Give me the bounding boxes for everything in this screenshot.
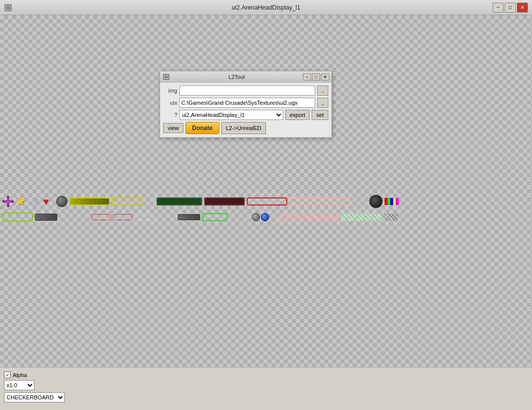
red-outline-sm2 — [113, 214, 132, 220]
orb-sprite — [56, 196, 67, 207]
l2tool-dialog: L2Tool − □ ✕ img .. utx .. ? — [160, 71, 332, 138]
action-row: view Donate L2->UnrealED — [163, 122, 328, 134]
dark-ball-sprite — [369, 195, 383, 208]
sprite-row-2 — [3, 213, 398, 222]
diag-lines-green — [341, 214, 382, 221]
red-bar-dark-sprite — [204, 197, 245, 206]
texture-row: ? ui2.ArenaHeadDisplay_l1 export set — [163, 110, 328, 120]
dialog-icon — [162, 73, 170, 81]
title-bar: ui2.ArenaHeadDisplay_l1 − □ ✕ — [0, 0, 532, 15]
dialog-title-bar: L2Tool − □ ✕ — [160, 71, 331, 83]
img-row: img .. — [163, 86, 328, 96]
dialog-title: L2Tool — [170, 74, 303, 80]
pink-bar-outline-sprite — [289, 197, 350, 206]
set-button[interactable]: set — [312, 110, 328, 120]
dialog-body: img .. utx .. ? ui2.ArenaHeadDisplay_l1 … — [160, 83, 331, 137]
yellow-bar-outline-sprite — [112, 197, 142, 206]
bottom-bar: ✓ Alpha x0.5 x1.0 x2.0 x4.0 CHECKERBOARD… — [0, 367, 532, 410]
app-icon — [4, 4, 12, 12]
diag-lines-pink — [278, 213, 339, 221]
alpha-check-mark: ✓ — [6, 373, 10, 378]
query-label: ? — [163, 112, 177, 118]
dual-orb-sprite — [252, 213, 269, 221]
utx-browse-button[interactable]: .. — [317, 98, 328, 108]
window-controls: − □ ✕ — [492, 3, 528, 13]
zoom-row: x0.5 x1.0 x2.0 x4.0 — [4, 380, 528, 390]
red-outline-sm1 — [92, 214, 111, 220]
main-canvas: L2Tool − □ ✕ img .. utx .. ? — [0, 15, 532, 367]
window-title: ui2.ArenaHeadDisplay_l1 — [232, 4, 300, 11]
view-button[interactable]: view — [163, 123, 183, 133]
close-button[interactable]: ✕ — [517, 3, 528, 13]
green-bar-sprite — [157, 197, 202, 206]
maximize-button[interactable]: □ — [505, 3, 516, 13]
alpha-checkbox[interactable]: ✓ — [4, 372, 11, 378]
img-browse-button[interactable]: .. — [317, 86, 328, 96]
dialog-minimize-button[interactable]: − — [303, 73, 311, 80]
dialog-maximize-button[interactable]: □ — [312, 73, 320, 80]
zoom-select[interactable]: x0.5 x1.0 x2.0 x4.0 — [4, 380, 34, 390]
alpha-row: ✓ Alpha — [4, 372, 528, 378]
yellow-bar-filled-sprite — [69, 197, 110, 206]
moon-sprite: ☽ — [30, 196, 41, 207]
green-outline-rect-sprite — [3, 213, 33, 222]
sprite-row-1: ★ ☽ ♥ — [3, 195, 399, 208]
utx-label: utx — [163, 100, 177, 106]
img-label: img — [163, 88, 177, 94]
minimize-button[interactable]: − — [492, 3, 504, 13]
colored-bars-sprite — [385, 198, 399, 205]
dialog-close-button[interactable]: ✕ — [321, 73, 329, 80]
green-outline-bar — [202, 213, 227, 221]
mini-gray-bar — [178, 214, 200, 220]
cross-sprite — [3, 196, 14, 207]
small-gray-bar-sprite — [35, 214, 57, 221]
svg-rect-1 — [6, 6, 10, 10]
alpha-label: Alpha — [13, 372, 27, 378]
bg-row: CHECKERBOARD BLACK WHITE GRAY — [4, 392, 528, 402]
export-button[interactable]: export — [285, 110, 310, 120]
red-bar-outline-sprite — [247, 197, 287, 206]
l2unrealed-button[interactable]: L2->UnrealED — [221, 122, 266, 134]
heart-sprite: ♥ — [43, 196, 54, 207]
utx-row: utx .. — [163, 98, 328, 108]
texture-select[interactable]: ui2.ArenaHeadDisplay_l1 — [179, 110, 283, 120]
star-sprite: ★ — [16, 195, 28, 208]
img-input[interactable] — [179, 86, 315, 96]
crosshatch-lines — [384, 214, 398, 221]
dialog-controls: − □ ✕ — [303, 73, 329, 80]
background-select[interactable]: CHECKERBOARD BLACK WHITE GRAY — [4, 392, 65, 402]
donate-button[interactable]: Donate — [185, 122, 219, 134]
svg-rect-3 — [165, 75, 168, 78]
white-outline-sm — [134, 214, 154, 220]
utx-input[interactable] — [179, 98, 315, 108]
